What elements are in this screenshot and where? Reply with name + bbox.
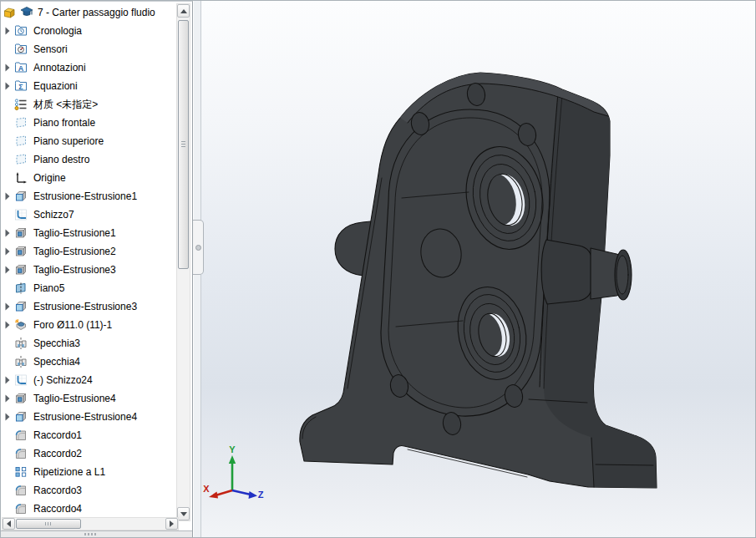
cap-icon [20,6,34,19]
tree-item-label: Estrusione-Estrusione1 [33,190,137,202]
cut-extrude-icon [14,245,28,258]
y-axis-arrow-icon [229,455,236,464]
tree-item-label: Taglio-Estrusione4 [33,393,116,404]
tree-item[interactable]: ΣEquazioni [1,77,175,95]
tree-item[interactable]: Raccordo1 [1,426,175,444]
tree-item[interactable]: Piano superiore [1,132,175,150]
triad-z-label: Z [258,490,264,500]
ref-plane-icon [14,282,28,295]
tree-root-item[interactable]: 7 - Carter passaggio fludio [1,3,175,22]
tree-item[interactable]: Estrusione-Estrusione4 [1,408,175,426]
vertical-scroll-thumb[interactable] [178,20,189,269]
tree-item[interactable]: Schizzo7 [1,206,175,224]
tree-item[interactable]: Taglio-Estrusione3 [1,261,175,279]
cut-extrude-icon [14,263,28,277]
tree-item-label: Raccordo1 [33,429,82,441]
panel-splitter-handle[interactable] [193,220,204,275]
expand-arrow-icon[interactable] [1,63,14,73]
tree-item-label: Piano frontale [33,117,95,129]
tree-item[interactable]: Specchia4 [1,353,175,371]
expand-arrow-icon[interactable] [1,320,14,330]
tree-item-label: (-) Schizzo24 [33,374,93,386]
cut-extrude-icon [14,392,28,405]
tree-item[interactable]: Taglio-Estrusione2 [1,242,175,261]
tree-item-label: Sensori [33,43,68,55]
tree-item-label: Equazioni [33,80,78,92]
boss-extrude-icon [14,190,28,203]
expand-arrow-icon[interactable] [1,191,14,201]
tree-item-label: Piano destro [33,154,89,165]
expand-arrow-icon[interactable] [1,375,14,385]
tree-item[interactable]: Estrusione-Estrusione3 [1,297,175,316]
fillet-icon [14,502,28,515]
z-axis-arrow-icon [249,491,258,499]
tree-item[interactable]: Origine [1,169,175,187]
tree-item-label: Estrusione-Estrusione3 [33,301,137,312]
tree-item[interactable]: AAnnotazioni [1,58,175,77]
horizontal-scroll-thumb[interactable] [16,519,81,529]
plane-icon [14,153,28,166]
tree-item[interactable]: Specchia3 [1,334,175,353]
mirror-icon [14,337,28,350]
tree-item[interactable]: Sensori [1,40,175,58]
scroll-up-icon[interactable] [177,4,190,18]
tree-item[interactable]: Raccordo3 [1,481,175,500]
scroll-right-icon[interactable] [165,518,178,530]
hole-wizard-icon [14,318,28,332]
tree-item-label: Raccordo4 [33,503,82,515]
feature-tree: 7 - Carter passaggio fludioCronologiaSen… [1,3,175,518]
mirror-icon [14,355,28,368]
expand-arrow-icon[interactable] [1,302,14,312]
tree-item[interactable]: Taglio-Estrusione1 [1,224,175,242]
tree-item-label: Raccordo2 [33,448,82,459]
tree-item-label: Taglio-Estrusione1 [33,227,116,239]
expand-arrow-icon[interactable] [1,265,14,275]
scroll-left-icon[interactable] [3,518,15,530]
expand-arrow-icon[interactable] [1,228,14,238]
tree-item[interactable]: Estrusione-Estrusione1 [1,187,175,206]
tree-item-label: Cronologia [33,25,82,37]
panel-bottom-resize-strip[interactable] [1,530,192,537]
plane-icon [14,134,28,148]
tree-horizontal-scrollbar[interactable] [2,517,179,530]
tree-item-label: Specchia4 [33,356,80,368]
tree-item-label: Annotazioni [33,62,86,74]
tree-item-label: Taglio-Estrusione3 [33,264,116,276]
x-axis-arrow-icon [209,492,218,499]
tree-item[interactable]: 材质 <未指定> [1,95,175,114]
expand-arrow-icon[interactable] [1,26,14,36]
linear-pattern-icon [14,465,28,479]
fillet-icon [14,429,28,442]
plane-icon [14,116,28,129]
cut-extrude-icon [14,226,28,240]
expand-arrow-icon[interactable] [1,393,14,404]
expand-arrow-icon[interactable] [1,246,14,256]
tree-item[interactable]: Raccordo2 [1,444,175,463]
tree-item[interactable]: Foro Ø11.0 (11)-1 [1,316,175,334]
scroll-down-icon[interactable] [177,507,190,520]
tree-item[interactable]: Ripetizione a L1 [1,463,175,481]
right-port-shoulder [541,240,592,304]
tree-item[interactable]: Piano destro [1,150,175,169]
tree-vertical-scrollbar[interactable] [176,3,190,521]
tree-item[interactable]: Piano frontale [1,114,175,132]
tree-item-label: Origine [33,172,66,184]
expand-arrow-icon[interactable] [1,81,14,91]
graphics-viewport[interactable]: Y X Z [201,1,755,537]
tree-item-label: Piano superiore [33,135,104,147]
tree-item[interactable]: Taglio-Estrusione4 [1,389,175,408]
orientation-triad: Y X Z [203,444,263,500]
pump-casing-model[interactable]: Y X Z [201,1,756,538]
fillet-icon [14,484,28,497]
tree-item[interactable]: Piano5 [1,279,175,297]
tree-item[interactable]: (-) Schizzo24 [1,371,175,389]
tree-item[interactable]: Raccordo4 [1,500,175,518]
fillet-icon [14,447,28,460]
tree-item-label: Taglio-Estrusione2 [33,246,116,257]
tree-item-label: Piano5 [33,282,64,294]
tree-item-label: Specchia3 [33,338,80,349]
expand-arrow-icon[interactable] [1,412,14,422]
triad-y-label: Y [229,444,236,454]
material-icon [14,98,28,111]
tree-item[interactable]: Cronologia [1,22,175,40]
